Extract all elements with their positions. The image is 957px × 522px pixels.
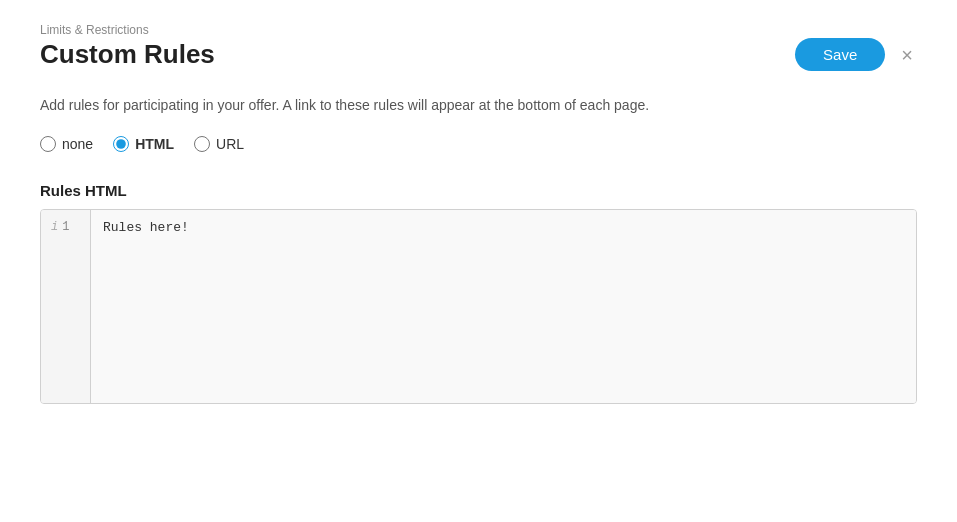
description-text: Add rules for participating in your offe… [40, 95, 917, 116]
radio-url-label: URL [216, 136, 244, 152]
radio-none[interactable]: none [40, 136, 93, 152]
rules-html-section: Rules HTML i 1 Rules here! [40, 182, 917, 404]
radio-html[interactable]: HTML [113, 136, 174, 152]
rules-section-label: Rules HTML [40, 182, 917, 199]
header-actions: Save × [795, 38, 917, 71]
radio-html-label: HTML [135, 136, 174, 152]
line-number-row-1: i 1 [51, 218, 80, 236]
save-button[interactable]: Save [795, 38, 885, 71]
code-editor-textarea[interactable]: Rules here! [91, 210, 916, 403]
line-icon: i [51, 218, 58, 236]
radio-url-input[interactable] [194, 136, 210, 152]
radio-url[interactable]: URL [194, 136, 244, 152]
line-numbers: i 1 [41, 210, 91, 403]
radio-none-label: none [62, 136, 93, 152]
page-container: Limits & Restrictions Custom Rules Save … [0, 0, 957, 522]
page-title: Custom Rules [40, 39, 215, 70]
radio-group: none HTML URL [40, 136, 917, 152]
close-button[interactable]: × [897, 41, 917, 69]
code-editor-container: i 1 Rules here! [40, 209, 917, 404]
radio-none-input[interactable] [40, 136, 56, 152]
header-row: Custom Rules Save × [40, 38, 917, 71]
breadcrumb: Limits & Restrictions [40, 20, 917, 38]
radio-html-input[interactable] [113, 136, 129, 152]
line-number: 1 [62, 218, 69, 236]
